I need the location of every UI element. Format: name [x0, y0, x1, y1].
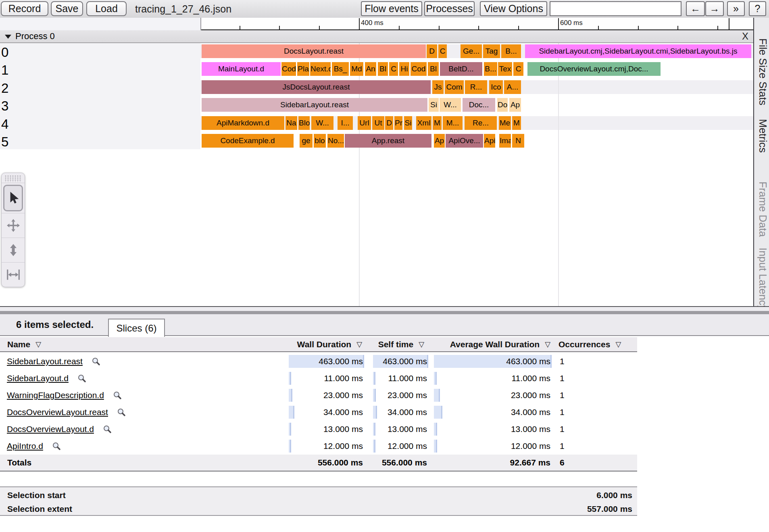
trace-slice[interactable]: blo [314, 134, 326, 148]
column-header-average-wall-duration[interactable]: Average Wall Duration▽ [450, 337, 550, 351]
trace-slice[interactable]: Api [484, 134, 495, 148]
trace-slice[interactable]: Ico [489, 80, 503, 94]
vertical-zoom-tool-button[interactable] [2, 238, 25, 262]
more-options-button[interactable]: » [727, 1, 745, 16]
trace-slice[interactable]: SidebarLayout.reast [202, 98, 427, 112]
trace-slice[interactable]: BeltD... [440, 62, 482, 76]
find-next-button[interactable]: → [705, 1, 724, 16]
trace-slice[interactable]: Doc... [463, 98, 495, 112]
trace-slice[interactable]: C [438, 44, 447, 58]
trace-slice[interactable]: Tex [498, 62, 512, 76]
trace-slice[interactable]: M... [443, 116, 463, 130]
trace-slice[interactable]: B... [501, 44, 521, 58]
trace-slice[interactable]: R... [465, 80, 487, 94]
column-header-occurrences[interactable]: Occurrences▽ [559, 337, 621, 351]
trace-slice[interactable]: D [385, 116, 393, 130]
column-header-self-time[interactable]: Self time▽ [378, 337, 424, 351]
side-tab-file-size-stats[interactable]: File Size Stats [756, 38, 769, 105]
trace-slice[interactable]: Md [350, 62, 363, 76]
slice-name-link[interactable]: SidebarLayout.d [7, 373, 69, 383]
trace-slice[interactable]: Pla [297, 62, 309, 76]
trace-slice[interactable]: I... [338, 116, 353, 130]
trace-slice[interactable]: Na [286, 116, 297, 130]
trace-slice[interactable]: No... [327, 134, 344, 148]
trace-slice[interactable]: Me [499, 116, 511, 130]
column-header-name[interactable]: Name▽ [7, 337, 41, 351]
trace-slice[interactable]: Hi [399, 62, 409, 76]
slice-name-link[interactable]: SidebarLayout.reast [7, 357, 83, 366]
trace-slice[interactable]: Ut [372, 116, 384, 130]
magnifier-icon[interactable] [117, 408, 126, 417]
trace-slice[interactable]: CodeExample.d [202, 134, 294, 148]
search-input[interactable] [550, 1, 681, 16]
magnifier-icon[interactable] [52, 442, 61, 451]
trace-slice[interactable]: An [365, 62, 376, 76]
record-button[interactable]: Record [1, 1, 48, 16]
slice-name-link[interactable]: DocsOverviewLayout.reast [7, 407, 108, 417]
trace-slice[interactable]: W... [440, 98, 461, 112]
trace-slice[interactable]: Si [404, 116, 412, 130]
side-tab-frame-data[interactable]: Frame Data [756, 182, 769, 237]
trace-slice[interactable]: Xml [416, 116, 431, 130]
process-header[interactable]: Process 0 X [0, 30, 753, 43]
trace-slice[interactable]: Tag [483, 44, 500, 58]
trace-slice[interactable]: W... [311, 116, 333, 130]
column-header-wall-duration[interactable]: Wall Duration▽ [297, 337, 362, 351]
trace-slice[interactable]: Cod [411, 62, 427, 76]
trace-slice[interactable]: SidebarLayout.cmj,SidebarLayout.cmi,Side… [525, 44, 751, 58]
trace-slice[interactable]: Next.d [310, 62, 331, 76]
process-close-button[interactable]: X [742, 30, 748, 42]
trace-slice[interactable]: App.reast [345, 134, 431, 148]
trace-slice[interactable]: Cod [281, 62, 296, 76]
tab-slices[interactable]: Slices (6) [108, 319, 165, 337]
trace-slice[interactable]: D [427, 44, 437, 58]
trace-slice[interactable]: Bl [428, 62, 439, 76]
track-canvas[interactable]: 0DocsLayout.reastDCGe...TagB...SidebarLa… [0, 43, 753, 306]
slice-name-link[interactable]: WarningFlagDescription.d [7, 390, 104, 400]
trace-slice[interactable]: M [512, 116, 521, 130]
magnifier-icon[interactable] [92, 357, 100, 366]
trace-slice[interactable]: B... [484, 62, 497, 76]
trace-slice[interactable]: Js [432, 80, 444, 94]
trace-slice[interactable]: Do [497, 98, 508, 112]
side-tab-input-latency[interactable]: Input Latency [756, 248, 769, 306]
trace-slice[interactable]: Ap [434, 134, 445, 148]
trace-slice[interactable]: Bl [378, 62, 388, 76]
trace-slice[interactable]: Ap [509, 98, 521, 112]
trace-slice[interactable]: Re... [465, 116, 497, 130]
magnifier-icon[interactable] [103, 425, 112, 434]
side-tab-metrics[interactable]: Metrics [756, 119, 769, 153]
trace-slice[interactable]: Com [445, 80, 464, 94]
trace-slice[interactable]: DocsLayout.reast [202, 44, 426, 58]
trace-slice[interactable]: Url [358, 116, 371, 130]
processes-button[interactable]: Processes [424, 1, 475, 16]
trace-slice[interactable]: Bs_ [332, 62, 349, 76]
slice-name-link[interactable]: ApiIntro.d [7, 441, 43, 451]
trace-slice[interactable]: Ima [499, 134, 511, 148]
trace-slice[interactable]: C [389, 62, 398, 76]
pan-tool-button[interactable] [2, 213, 25, 238]
select-tool-button[interactable] [3, 185, 23, 211]
trace-slice[interactable]: Pr [394, 116, 402, 130]
magnifier-icon[interactable] [77, 374, 86, 383]
trace-slice[interactable]: Blo [298, 116, 310, 130]
trace-slice[interactable]: ge [300, 134, 313, 148]
trace-slice[interactable]: ApiMarkdown.d [202, 116, 284, 130]
trace-slice[interactable]: DocsOverviewLayout.cmj,Doc... [527, 62, 661, 76]
trace-slice[interactable]: C [513, 62, 523, 76]
palette-grip[interactable] [4, 175, 22, 182]
trace-slice[interactable]: ApiOve... [446, 134, 483, 148]
timing-tool-button[interactable] [2, 263, 25, 287]
trace-slice[interactable]: N [512, 134, 524, 148]
view-options-button[interactable]: View Options [480, 1, 547, 16]
slice-name-link[interactable]: DocsOverviewLayout.d [7, 424, 94, 434]
collapse-triangle-icon[interactable] [5, 35, 11, 39]
trace-slice[interactable]: Si [429, 98, 439, 112]
flow-events-button[interactable]: Flow events [361, 1, 422, 16]
trace-slice[interactable]: Ge... [461, 44, 482, 58]
load-button[interactable]: Load [86, 1, 127, 16]
help-button[interactable]: ? [749, 1, 766, 16]
splitter-handle[interactable] [0, 311, 769, 314]
trace-slice[interactable]: MainLayout.d [202, 62, 281, 76]
trace-slice[interactable]: JsDocsLayout.reast [202, 80, 431, 94]
